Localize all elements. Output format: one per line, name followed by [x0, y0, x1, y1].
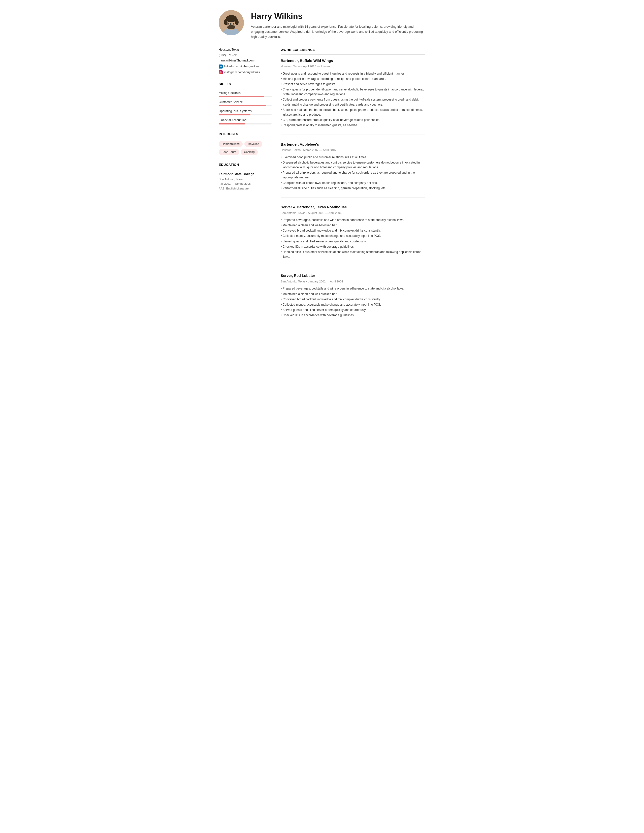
header: Harry Wilkins Veteran bartender and mixo… — [219, 10, 425, 39]
linkedin-row: in linkedin.com/in/harrywilkins — [219, 64, 271, 69]
candidate-name: Harry Wilkins — [251, 10, 425, 22]
skill-label: Financial Accounting — [219, 118, 271, 122]
job-bullets: Greet guests and respond to guest inquir… — [281, 71, 425, 128]
skills-container: Mixing Cocktails Customer Service Operat… — [219, 91, 271, 124]
svg-point-6 — [235, 19, 239, 25]
skill-label: Mixing Cocktails — [219, 91, 271, 95]
job-bullet: Cut, store and ensure product quality of… — [281, 118, 425, 122]
skill-bar-fill — [219, 123, 245, 124]
job-bullets: Prepared beverages, cocktails and wine o… — [281, 286, 425, 318]
job-bullet: Conveyed broad cocktail knowledge and mi… — [281, 297, 425, 302]
job-bullet: Handled difficult customer service situa… — [281, 250, 425, 259]
job-bullets: Prepared beverages, cocktails and wine o… — [281, 218, 425, 259]
job-bullet: Served guests and filled server orders q… — [281, 239, 425, 244]
skills-section-title: SKILLS — [219, 82, 271, 88]
school-dates: Fall 2001 — Spring 2005 — [219, 182, 271, 186]
job-entry: Server, Red Lobster San Antonio, Texas •… — [281, 273, 425, 324]
job-entry: Server & Bartender, Texas Roadhouse San … — [281, 204, 425, 266]
job-bullet: Checked IDs in accordance with beverage … — [281, 313, 425, 318]
skill-bar-fill — [219, 114, 251, 116]
job-bullet: Exercised good public and customer relat… — [281, 155, 425, 160]
sidebar: Houston, Texas (832) 571-9910 harry.wilk… — [219, 47, 271, 331]
job-bullet: Served guests and filled server orders q… — [281, 308, 425, 312]
education-section: EDUCATION Fairmont State College San Ant… — [219, 162, 271, 191]
interest-tag: Food Tours — [219, 149, 239, 155]
skill-item: Customer Service — [219, 100, 271, 106]
job-entry: Bartender, Applebee's Houston, Texas • M… — [281, 142, 425, 198]
job-bullet: Complied with all liquor laws, health re… — [281, 181, 425, 185]
linkedin-url: linkedin.com/in/harrywilkins — [224, 64, 259, 69]
contact-email: harry.wilkins@hotmail.com — [219, 58, 271, 63]
svg-point-7 — [227, 25, 235, 29]
interest-tag: Homebrewing — [219, 141, 243, 147]
resume-page: Harry Wilkins Veteran bartender and mixo… — [209, 0, 435, 347]
linkedin-icon: in — [219, 64, 223, 69]
skills-section: SKILLS Mixing Cocktails Customer Service… — [219, 82, 271, 125]
job-bullet: Collect and process payments from guests… — [281, 97, 425, 107]
skill-item: Financial Accounting — [219, 118, 271, 124]
job-bullet: Maintained a clean and well-stocked bar. — [281, 292, 425, 297]
job-bullet: Prepared beverages, cocktails and wine o… — [281, 218, 425, 222]
job-bullet: Dispensed alcoholic beverages and contro… — [281, 160, 425, 170]
job-bullets: Exercised good public and customer relat… — [281, 155, 425, 191]
interests-section: INTERESTS HomebrewingTravelingFood Tours… — [219, 132, 271, 155]
school-degree: AAS, English Literature — [219, 186, 271, 191]
job-title: Bartender, Applebee's — [281, 142, 425, 147]
svg-point-4 — [226, 15, 237, 22]
instagram-icon: ◎ — [219, 70, 223, 74]
contact-location: Houston, Texas — [219, 47, 271, 52]
school-name: Fairmont State College — [219, 172, 271, 177]
job-bullet: Prepared beverages, cocktails and wine o… — [281, 286, 425, 291]
skill-bar-bg — [219, 96, 271, 97]
job-bullet: Stock and maintain the bar to include be… — [281, 108, 425, 117]
skill-bar-bg — [219, 105, 271, 106]
interest-tag: Cooking — [241, 149, 257, 155]
job-bullet: Collected money, accurately make change … — [281, 233, 425, 238]
contact-phone: (832) 571-9910 — [219, 53, 271, 58]
job-title: Server & Bartender, Texas Roadhouse — [281, 204, 425, 210]
job-meta: Houston, Texas • March 2007 — April 2015 — [281, 148, 425, 152]
instagram-row: ◎ instagram.com/harrysdrinks — [219, 70, 271, 74]
job-entry: Bartender, Buffalo Wild Wings Houston, T… — [281, 58, 425, 135]
job-meta: San Antonio, Texas • January 2002 — Apri… — [281, 280, 425, 284]
job-bullet: Maintained a clean and well-stocked bar. — [281, 223, 425, 228]
main-content: WORK EXPERIENCE Bartender, Buffalo Wild … — [281, 47, 425, 331]
school-location: San Antonio, Texas — [219, 177, 271, 182]
job-title: Bartender, Buffalo Wild Wings — [281, 58, 425, 64]
skill-bar-fill — [219, 96, 264, 97]
job-bullet: Conveyed broad cocktail knowledge and mi… — [281, 228, 425, 233]
job-bullet: Respond professionally to inebriated gue… — [281, 123, 425, 128]
skill-label: Customer Service — [219, 100, 271, 104]
job-bullet: Prepared all drink orders as required an… — [281, 170, 425, 180]
interest-tag: Traveling — [244, 141, 262, 147]
jobs-container: Bartender, Buffalo Wild Wings Houston, T… — [281, 58, 425, 325]
job-bullet: Check guests for proper identification a… — [281, 87, 425, 97]
job-bullet: Checked IDs in accordance with beverage … — [281, 244, 425, 249]
job-title: Server, Red Lobster — [281, 273, 425, 279]
job-bullet: Collected money, accurately make change … — [281, 302, 425, 307]
svg-point-5 — [224, 19, 228, 25]
header-text: Harry Wilkins Veteran bartender and mixo… — [251, 10, 425, 39]
interests-section-title: INTERESTS — [219, 132, 271, 138]
skill-bar-bg — [219, 114, 271, 116]
avatar — [219, 10, 244, 35]
skill-bar-fill — [219, 105, 266, 106]
work-section-title: WORK EXPERIENCE — [281, 47, 425, 55]
contact-section: Houston, Texas (832) 571-9910 harry.wilk… — [219, 47, 271, 75]
svg-point-11 — [228, 23, 230, 25]
skill-label: Operating POS Systems — [219, 109, 271, 113]
job-bullet: Present and serve beverages to guests. — [281, 82, 425, 87]
job-bullet: Greet guests and respond to guest inquir… — [281, 71, 425, 76]
skill-item: Mixing Cocktails — [219, 91, 271, 97]
job-meta: Houston, Texas • April 2015 — Present — [281, 64, 425, 69]
job-bullet: Performed all side duties such as cleani… — [281, 186, 425, 191]
education-section-title: EDUCATION — [219, 162, 271, 169]
job-meta: San Antonio, Texas • August 2005 — April… — [281, 211, 425, 215]
skill-bar-bg — [219, 123, 271, 124]
body-layout: Houston, Texas (832) 571-9910 harry.wilk… — [219, 47, 425, 331]
instagram-url: instagram.com/harrysdrinks — [224, 70, 260, 74]
candidate-summary: Veteran bartender and mixologist with 14… — [251, 24, 425, 39]
interests-container: HomebrewingTravelingFood ToursCooking — [219, 141, 271, 156]
svg-point-12 — [233, 23, 234, 25]
job-bullet: Mix and garnish beverages according to r… — [281, 77, 425, 81]
